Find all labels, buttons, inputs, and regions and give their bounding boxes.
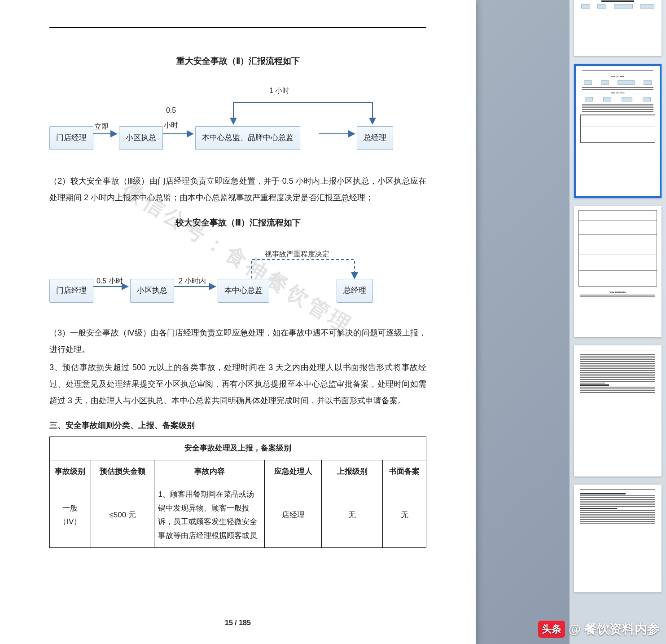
label-1hour: 1 小时 xyxy=(269,84,289,98)
cell-handler: 店经理 xyxy=(265,483,322,547)
cell-loss: ≤500 元 xyxy=(91,483,154,547)
page-thumbnail[interactable]: ■■■■（Ⅱ）■■■■ ■■■■（Ⅲ）■■■■ xyxy=(574,64,662,198)
label-half: 0.5 小时 xyxy=(96,274,123,289)
label-immediate: 立即 xyxy=(94,119,109,134)
flow1-node-center-director: 本中心总监、品牌中心总监 xyxy=(195,126,300,150)
label-decide: 视事故严重程度决定 xyxy=(265,247,329,262)
flow2-node-store-manager: 门店经理 xyxy=(49,279,93,303)
flow1-node-store-manager: 门店经理 xyxy=(49,126,93,150)
page-thumbnail[interactable]: ■■■ ■■■■■■■■ xyxy=(574,206,662,337)
flowchart-moderate: 视事故严重程度决定 0.5 小时 2 小时内 门店经理 小区执总 本中心总监 总… xyxy=(49,242,426,307)
paragraph-3: （3）一般安全事故（Ⅳ级）由各门店经理负责立即应急处理，如在事故中遇不可解决的问… xyxy=(49,325,426,358)
viewer-gutter xyxy=(482,0,570,644)
document-page: 微信公号：食神餐饮管理 重大安全事故（Ⅱ）汇报流程如下 xyxy=(0,0,476,644)
th-level: 事故级别 xyxy=(50,460,91,483)
paragraph-4: 3、预估事故损失超过 500 元以上的各类事故，处理时间在 3 天之内由处理人以… xyxy=(49,359,426,409)
section3-heading: 三、安全事故细则分类、上报、备案级别 xyxy=(49,417,426,434)
flow2-node-gm: 总经理 xyxy=(337,279,373,303)
label-two: 2 小时内 xyxy=(179,274,206,289)
thumbnail-sidebar[interactable]: ■■■■（Ⅱ）■■■■ ■■■■（Ⅲ）■■■■ ■■■ ■■■■■■■■ xyxy=(570,0,666,644)
section-title-2: 较大安全事故（Ⅲ）汇报流程如下 xyxy=(49,214,426,232)
cell-level: 一般（IV） xyxy=(50,483,91,547)
page-number: 15 / 185 xyxy=(0,616,476,631)
incident-table: 安全事故处理及上报，备案级别 事故级别 预估损失金额 事故内容 应急处理人 上报… xyxy=(49,437,426,548)
th-report: 上报级别 xyxy=(321,460,382,483)
flow2-node-area-exec: 小区执总 xyxy=(130,279,174,303)
page-thumbnail[interactable] xyxy=(574,0,662,56)
flow1-node-area-exec: 小区执总 xyxy=(119,126,163,150)
th-content: 事故内容 xyxy=(154,460,265,483)
cell-file: 无 xyxy=(383,483,426,547)
page-thumbnail[interactable] xyxy=(574,485,662,592)
th-loss: 预估损失金额 xyxy=(91,460,154,483)
brand-name: 餐饮资料内参 xyxy=(584,621,660,638)
cell-content: 1、顾客用餐期间在菜品或汤锅中发现异物、顾客一般投诉，员工或顾客发生轻微安全事故… xyxy=(154,483,265,547)
cell-report: 无 xyxy=(321,483,382,547)
flow2-node-center-director: 本中心总监 xyxy=(218,279,269,303)
source-watermark: 头条 @ 餐饮资料内参 xyxy=(538,621,660,638)
paragraph-2: （2）较大安全事故（Ⅲ级）由门店经理负责立即应急处置，并于 0.5 小时内上报小… xyxy=(49,173,426,206)
th-file: 书面备案 xyxy=(383,460,426,483)
top-rule xyxy=(49,27,426,28)
label-halfhour: 0.5 小时 xyxy=(164,103,178,133)
flow1-node-gm: 总经理 xyxy=(357,126,393,150)
th-handler: 应急处理人 xyxy=(265,460,322,483)
table-row: 一般（IV） ≤500 元 1、顾客用餐期间在菜品或汤锅中发现异物、顾客一般投诉… xyxy=(50,483,426,547)
table-caption: 安全事故处理及上报，备案级别 xyxy=(50,437,426,460)
at-symbol: @ xyxy=(569,622,581,636)
toutiao-logo: 头条 xyxy=(538,621,565,638)
page-thumbnail[interactable] xyxy=(574,345,662,476)
section-title-1: 重大安全事故（Ⅱ）汇报流程如下 xyxy=(49,53,426,70)
flowchart-major: 1 小时 0.5 小时 立即 门店经理 小区执总 本中心总监、品牌中心总监 总经… xyxy=(49,80,426,159)
